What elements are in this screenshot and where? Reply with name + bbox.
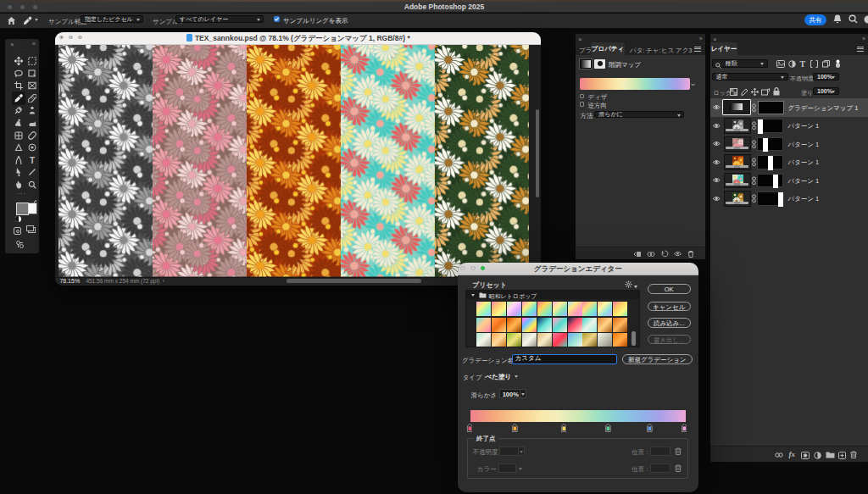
- svg-text:T: T: [30, 156, 35, 164]
